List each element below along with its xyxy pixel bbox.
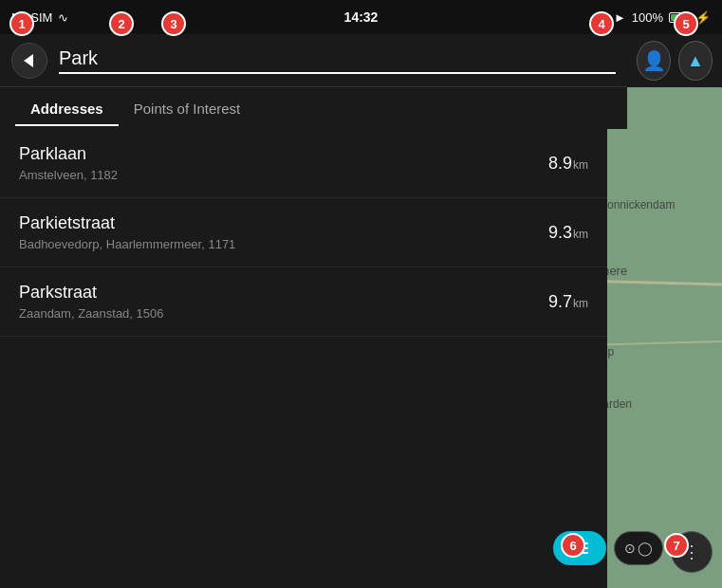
result-distance-0: 8.9 km [548, 154, 588, 174]
annotation-3: 3 [161, 11, 186, 36]
back-button[interactable] [11, 43, 47, 79]
dist-num-2: 9.7 [548, 292, 572, 312]
result-text-2: Parkstraat Zaandam, Zaanstad, 1506 [19, 283, 164, 321]
annotation-5: 5 [674, 11, 698, 36]
result-item-1[interactable]: Parkietstraat Badhoevedorp, Haarlemmerme… [0, 198, 607, 267]
tab-addresses[interactable]: Addresses [15, 91, 119, 126]
tab-poi[interactable]: Points of Interest [119, 91, 256, 126]
dist-num-0: 8.9 [548, 154, 572, 174]
results-list: Parklaan Amstelveen, 1182 8.9 km Parkiet… [0, 129, 607, 588]
back-arrow-icon [24, 54, 33, 67]
result-name-0: Parklaan [19, 144, 118, 164]
dist-unit-0: km [573, 158, 588, 172]
result-sub-2: Zaandam, Zaanstad, 1506 [19, 306, 164, 321]
wifi-icon: ∿ [58, 10, 68, 25]
result-name-2: Parkstraat [19, 283, 164, 303]
search-input[interactable] [59, 47, 616, 69]
status-bar: No SIM ∿ 14:32 ► 100% ⚡ [0, 0, 722, 34]
map-circle-icon: ◯ [638, 541, 653, 556]
svg-text:Monnickendam: Monnickendam [598, 198, 675, 211]
result-distance-1: 9.3 km [548, 223, 588, 243]
status-time: 14:32 [344, 9, 379, 25]
compass-icon: ▲ [687, 51, 704, 71]
person-icon: 👤 [642, 49, 666, 72]
dist-num-1: 9.3 [548, 223, 572, 243]
tabs: Addresses Points of Interest [0, 87, 627, 129]
battery-percent: 100% [632, 10, 663, 25]
annotation-6: 6 [561, 533, 585, 558]
result-name-1: Parkietstraat [19, 213, 235, 233]
result-item-0[interactable]: Parklaan Amstelveen, 1182 8.9 km [0, 129, 607, 198]
annotation-7: 7 [664, 533, 689, 558]
annotation-1: 1 [9, 11, 34, 36]
result-sub-1: Badhoevedorp, Haarlemmermeer, 1171 [19, 237, 235, 251]
result-distance-2: 9.7 km [548, 292, 588, 312]
profile-button[interactable]: 👤 [637, 41, 671, 81]
dist-unit-1: km [573, 228, 588, 241]
result-item-2[interactable]: Parkstraat Zaandam, Zaanstad, 1506 9.7 k… [0, 267, 607, 337]
search-input-wrapper [59, 47, 616, 74]
search-bar [0, 34, 627, 87]
right-icons: 👤 ▲ [627, 34, 722, 87]
result-text-0: Parklaan Amstelveen, 1182 [19, 144, 118, 182]
result-text-1: Parkietstraat Badhoevedorp, Haarlemmerme… [19, 213, 235, 251]
dist-unit-2: km [573, 297, 588, 310]
map-toggle-button[interactable]: ⊙ ◯ [614, 531, 663, 565]
signal-icon: ► [614, 10, 626, 25]
compass-button[interactable]: ▲ [678, 41, 713, 81]
map-dot-icon: ⊙ [624, 541, 636, 556]
annotation-2: 2 [109, 11, 134, 36]
result-sub-0: Amstelveen, 1182 [19, 168, 118, 182]
annotation-4: 4 [589, 11, 614, 36]
